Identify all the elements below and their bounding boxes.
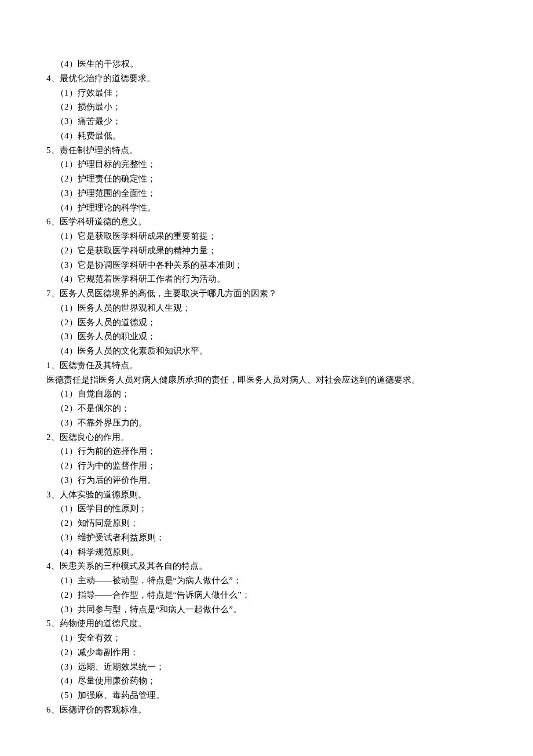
text-line: （1）行为前的选择作用；	[46, 444, 487, 459]
text-line: （4）科学规范原则。	[46, 545, 487, 559]
text-line: （2）它是获取医学科研成果的精神力量；	[46, 243, 487, 258]
text-line: （1）安全有效；	[46, 631, 487, 645]
text-line: （3）行为后的评价作用。	[46, 473, 487, 488]
text-line: （3）护理范围的全面性；	[46, 186, 487, 201]
text-line: （3）痛苦最少；	[46, 114, 487, 129]
text-line: （1）主动——被动型，特点是“为病人做什么”；	[46, 573, 487, 588]
text-line: 医德责任是指医务人员对病人健康所承担的责任，即医务人员对病人、对社会应达到的道德…	[46, 373, 487, 387]
text-line: 7、医务人员医德境界的高低，主要取决于哪几方面的因素？	[46, 286, 487, 301]
text-line: （1）护理目标的完整性；	[46, 157, 487, 172]
text-line: 5、药物使用的道德尺度。	[46, 616, 487, 631]
text-line: （2）护理责任的确定性；	[46, 172, 487, 186]
text-line: （3）不靠外界压力的。	[46, 416, 487, 430]
document-body: （4）医生的干涉权。4、最优化治疗的道德要求。（1）疗效最佳；（2）损伤最小；（…	[46, 57, 487, 717]
document-page: （4）医生的干涉权。4、最优化治疗的道德要求。（1）疗效最佳；（2）损伤最小；（…	[0, 0, 533, 756]
text-line: 3、人体实验的道德原则。	[46, 488, 487, 502]
text-line: （3）远期、近期效果统一；	[46, 660, 487, 674]
text-line: （4）医务人员的文化素质和知识水平。	[46, 344, 487, 358]
text-line: （2）知情同意原则；	[46, 516, 487, 530]
text-line: （3）共同参与型，特点是“和病人一起做什么”。	[46, 602, 487, 617]
text-line: （2）减少毒副作用；	[46, 645, 487, 660]
text-line: （4）护理理论的科学性。	[46, 201, 487, 215]
text-line: 6、医德评价的客观标准。	[46, 703, 487, 717]
text-line: （4）它规范着医学科研工作者的行为活动。	[46, 272, 487, 286]
text-line: （2）损伤最小；	[46, 100, 487, 114]
text-line: （1）医学目的性原则；	[46, 501, 487, 516]
text-line: 1、医德责任及其特点。	[46, 358, 487, 373]
text-line: （2）指导——合作型，特点是“告诉病人做什么”；	[46, 588, 487, 602]
text-line: （3）医务人员的职业观；	[46, 329, 487, 344]
text-line: 6、医学科研道德的意义。	[46, 215, 487, 229]
text-line: （4）医生的干涉权。	[46, 57, 487, 71]
text-line: （1）医务人员的世界观和人生观；	[46, 301, 487, 315]
text-line: （2）不是偶尔的；	[46, 401, 487, 416]
text-line: （2）行为中的监督作用；	[46, 459, 487, 473]
text-line: （3）维护受试者利益原则；	[46, 530, 487, 545]
text-line: 5、责任制护理的特点。	[46, 143, 487, 158]
text-line: 4、医患关系的三种模式及其各自的特点。	[46, 559, 487, 573]
text-line: （4）尽量使用廉价药物；	[46, 674, 487, 688]
text-line: （2）医务人员的道德观；	[46, 315, 487, 330]
text-line: 4、最优化治疗的道德要求。	[46, 71, 487, 86]
text-line: 2、医德良心的作用。	[46, 430, 487, 445]
text-line: （1）疗效最佳；	[46, 86, 487, 100]
text-line: （5）加强麻、毒药品管理。	[46, 688, 487, 703]
text-line: （4）耗费最低。	[46, 129, 487, 143]
text-line: （1）它是获取医学科研成果的重要前提；	[46, 229, 487, 243]
text-line: （1）自觉自愿的；	[46, 387, 487, 401]
text-line: （3）它是协调医学科研中各种关系的基本准则；	[46, 258, 487, 272]
